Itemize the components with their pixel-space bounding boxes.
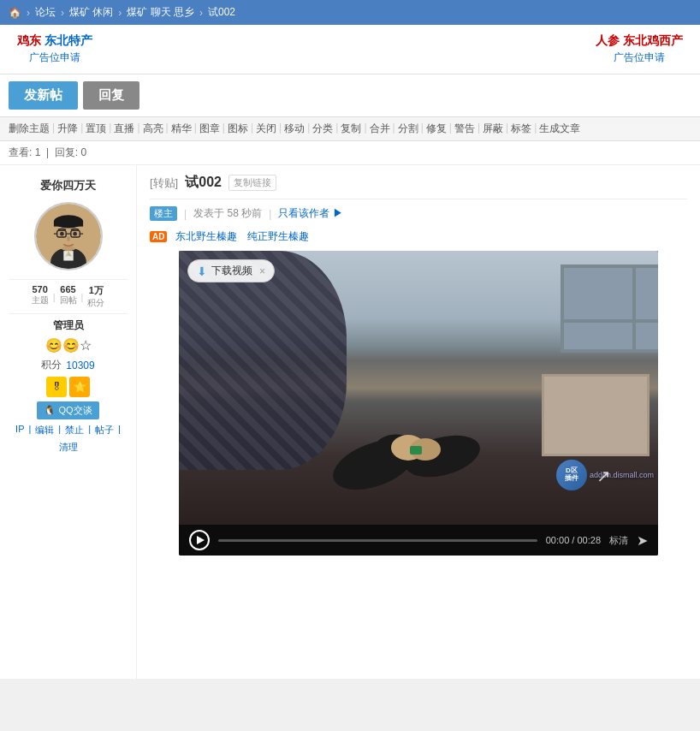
mod-icon[interactable]: 图标: [228, 122, 248, 136]
video-frame: ⬇ 下载视频 × ↗ D区插件 addon.dismall.com: [179, 251, 658, 525]
mod-featured[interactable]: 精华: [171, 122, 192, 136]
ad-right: 人参 东北鸡西产 广告位申请: [596, 33, 683, 65]
score-value: 10309: [66, 360, 94, 371]
progress-bar[interactable]: [218, 539, 537, 542]
stat-divider2: |: [81, 292, 84, 302]
mod-warn[interactable]: 警告: [454, 122, 475, 136]
share-icon[interactable]: ➤: [637, 532, 648, 549]
svg-rect-25: [410, 446, 422, 455]
only-author-link[interactable]: 只看该作者 ▶: [278, 206, 342, 221]
svg-point-9: [50, 229, 57, 239]
ad-left-apply[interactable]: 广告位申请: [29, 51, 80, 65]
nav-sep3: ›: [118, 7, 122, 19]
ad-product-links: 东北野生榛趣 纯正野生榛趣: [175, 229, 315, 244]
mod-top[interactable]: 置顶: [86, 122, 106, 136]
topics-label: 主题: [32, 294, 49, 306]
main-content: 爱你四万天: [0, 165, 700, 679]
mod-block[interactable]: 屏蔽: [483, 122, 503, 136]
qq-icon: 🐧: [44, 405, 56, 416]
mod-highlight[interactable]: 高亮: [143, 122, 163, 136]
nav-sep2: ›: [61, 7, 64, 19]
reply-count: 回复: 0: [55, 146, 86, 158]
topics-count: 570: [32, 284, 47, 294]
download-close-button[interactable]: ×: [259, 265, 265, 277]
user-badges: 🎖 ⭐: [46, 377, 90, 397]
user-sidebar: 爱你四万天: [0, 165, 137, 679]
mod-delete[interactable]: 删除主题: [9, 122, 50, 136]
nav-category2[interactable]: 煤矿 聊天 思乡: [127, 5, 194, 20]
stat-divider1: |: [53, 292, 56, 302]
svg-point-10: [80, 229, 86, 239]
ad-right-title-text: 人参 东北鸡西产: [596, 33, 683, 47]
copy-link-button[interactable]: 复制链接: [228, 175, 276, 191]
action-ban[interactable]: 禁止: [65, 424, 84, 437]
replies-stat: 665 回帖: [60, 284, 77, 309]
play-button[interactable]: [189, 530, 210, 550]
action-edit[interactable]: 编辑: [35, 424, 54, 437]
avatar: [34, 202, 103, 270]
ad-product-2[interactable]: 纯正野生榛趣: [247, 230, 309, 242]
qq-label: QQ交谈: [58, 404, 92, 417]
replies-label: 回帖: [60, 294, 77, 306]
ad-right-apply[interactable]: 广告位申请: [614, 51, 665, 65]
stats-bar: 查看: 1 | 回复: 0: [0, 141, 700, 165]
mod-stamp[interactable]: 图章: [199, 122, 220, 136]
points-stat: 1万 积分: [87, 284, 104, 309]
action-posts[interactable]: 帖子: [95, 424, 114, 437]
badge-1: 🎖: [46, 377, 67, 397]
ad-left-title: 鸡东 东北特产: [17, 33, 92, 49]
user-stats: 570 主题 | 665 回帖 | 1万 积分: [9, 279, 128, 314]
points-label: 积分: [87, 297, 104, 309]
ad-right-title: 人参 东北鸡西产: [596, 33, 683, 49]
video-person: [323, 388, 494, 490]
mod-move[interactable]: 移动: [284, 122, 305, 136]
ad-badge: AD: [150, 231, 167, 242]
points-count: 1万: [89, 284, 104, 297]
nav-separator: ›: [27, 7, 30, 19]
post-tag: [转贴]: [150, 175, 178, 191]
nav-forum[interactable]: 论坛: [35, 5, 56, 20]
mod-promote[interactable]: 升降: [57, 122, 78, 136]
mod-split[interactable]: 分割: [398, 122, 418, 136]
post-title-bar: [转贴] 试002 复制链接: [150, 174, 687, 199]
download-video-button[interactable]: ⬇ 下载视频 ×: [187, 259, 275, 282]
svg-rect-8: [53, 222, 82, 227]
qq-button[interactable]: 🐧 QQ交谈: [37, 401, 98, 419]
mod-live[interactable]: 直播: [114, 122, 134, 136]
action-bar: 发新帖 回复: [0, 74, 700, 117]
download-label: 下载视频: [211, 264, 252, 278]
mod-classify[interactable]: 分类: [312, 122, 333, 136]
mod-merge[interactable]: 合并: [370, 122, 390, 136]
download-icon: ⬇: [197, 264, 207, 278]
svg-point-16: [60, 232, 64, 236]
mod-copy[interactable]: 复制: [341, 122, 361, 136]
ad-product-1[interactable]: 东北野生榛趣: [175, 230, 237, 242]
post-title: 试002: [185, 174, 222, 192]
post-time: 发表于 58 秒前: [193, 206, 262, 221]
video-player: ⬇ 下载视频 × ↗ D区插件 addon.dismall.com: [179, 251, 658, 556]
mod-tag[interactable]: 标签: [511, 122, 531, 136]
action-ip[interactable]: IP: [15, 424, 24, 437]
ad-banner: 鸡东 东北特产 广告位申请 人参 东北鸡西产 广告位申请: [0, 25, 700, 74]
mod-close[interactable]: 关闭: [256, 122, 276, 136]
mod-gen-article[interactable]: 生成文章: [539, 122, 580, 136]
post-ad-row: AD 东北野生榛趣 纯正野生榛趣: [150, 229, 687, 244]
post-meta: 楼主 | 发表于 58 秒前 | 只看该作者 ▶: [150, 206, 687, 221]
time-display: 00:00 / 00:28: [546, 535, 601, 545]
mod-toolbar: 删除主题| 升降| 置顶| 直播| 高亮| 精华| 图章| 图标| 关闭| 移动…: [0, 117, 700, 141]
new-post-button[interactable]: 发新帖: [9, 81, 78, 110]
quality-button[interactable]: 标清: [609, 534, 628, 547]
floor-badge: 楼主: [150, 206, 177, 221]
nav-sep4: ›: [199, 7, 203, 19]
reply-button[interactable]: 回复: [83, 81, 139, 110]
time-total: 00:28: [577, 535, 601, 545]
mod-fix[interactable]: 修复: [426, 122, 447, 136]
ad-left-title-red: 鸡东: [17, 33, 41, 47]
home-icon[interactable]: 🏠: [9, 7, 21, 19]
user-score-row: 积分 10309: [41, 358, 94, 372]
action-clear[interactable]: 清理: [59, 441, 78, 454]
ad-left-title-blue: 东北特产: [44, 33, 92, 47]
nav-category1[interactable]: 煤矿 休闲: [69, 5, 113, 20]
username: 爱你四万天: [40, 178, 96, 193]
post-area: [转贴] 试002 复制链接 楼主 | 发表于 58 秒前 | 只看该作者 ▶ …: [137, 165, 700, 679]
